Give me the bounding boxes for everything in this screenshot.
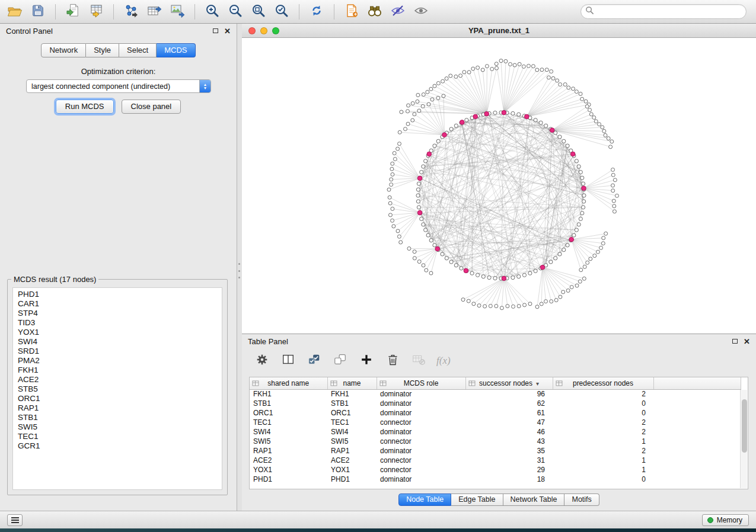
column-header-shared-name[interactable]: shared name — [250, 377, 327, 389]
desktop-background — [0, 528, 756, 532]
minimize-window-icon[interactable] — [260, 27, 267, 34]
result-item[interactable]: RAP1 — [13, 403, 222, 413]
network-canvas[interactable] — [242, 38, 756, 334]
result-item[interactable]: STB5 — [13, 384, 222, 394]
result-item[interactable]: STB1 — [13, 413, 222, 422]
memory-button[interactable]: Memory — [702, 514, 749, 526]
scrollbar-thumb[interactable] — [742, 399, 747, 453]
result-item[interactable]: PHD1 — [13, 290, 222, 299]
result-item[interactable]: TEC1 — [13, 432, 222, 441]
run-mcds-button[interactable]: Run MCDS — [56, 100, 114, 114]
result-item[interactable]: SWI5 — [13, 422, 222, 432]
optimization-criterion-select[interactable]: largest connected component (undirected)… — [26, 79, 211, 93]
zoom-fit-button[interactable] — [250, 3, 267, 21]
table-row[interactable]: SWI5SWI5connector431 — [250, 437, 741, 446]
save-session-button[interactable] — [29, 3, 47, 21]
tab-select[interactable]: Select — [119, 43, 157, 57]
columns-icon — [281, 352, 295, 369]
table-row[interactable]: YOX1YOX1connector291 — [250, 465, 741, 475]
result-item[interactable]: GCR1 — [13, 441, 222, 451]
zoom-selected-icon — [274, 3, 289, 21]
task-history-button[interactable] — [7, 514, 23, 526]
show-columns-button[interactable] — [280, 352, 296, 369]
search-icon — [585, 6, 594, 17]
table-row[interactable]: FKH1FKH1dominator962 — [250, 389, 741, 399]
import-network-button[interactable] — [122, 3, 140, 21]
zoom-out-button[interactable] — [227, 3, 244, 21]
splitter-grip-icon — [238, 263, 241, 278]
export-table-button[interactable] — [145, 3, 163, 21]
result-item[interactable]: FKH1 — [13, 366, 222, 375]
tab-motifs[interactable]: Motifs — [564, 493, 599, 506]
close-panel-icon[interactable]: ✕ — [224, 27, 231, 35]
result-item[interactable]: STP4 — [13, 309, 222, 318]
table-row[interactable]: PHD1PHD1dominator180 — [250, 475, 741, 484]
close-window-icon[interactable] — [248, 27, 256, 34]
export-image-button[interactable] — [168, 3, 186, 21]
network-graph[interactable] — [242, 38, 756, 334]
save-icon — [31, 4, 45, 20]
result-item[interactable]: YOX1 — [13, 328, 222, 337]
table-scrollbar[interactable] — [740, 390, 747, 488]
node-table-body: FKH1FKH1dominator962STB1STB1dominator620… — [250, 389, 741, 484]
table-tabs: Node Table Edge Table Network Table Moti… — [242, 493, 756, 506]
float-panel-icon[interactable] — [213, 28, 218, 33]
table-row[interactable]: STB1STB1dominator620 — [250, 399, 741, 408]
tab-network[interactable]: Network — [41, 43, 86, 57]
panel-splitter[interactable] — [237, 24, 242, 511]
zoom-in-button[interactable] — [203, 3, 221, 21]
search-input[interactable] — [594, 7, 746, 16]
column-header-predecessor-nodes[interactable]: predecessor nodes — [553, 377, 653, 389]
delete-table-button-disabled — [410, 352, 427, 369]
select-all-icon — [307, 352, 321, 369]
find-network-button[interactable] — [366, 3, 384, 21]
close-panel-button[interactable]: Close panel — [122, 100, 181, 114]
copy-network-button[interactable] — [343, 3, 361, 21]
tab-style[interactable]: Style — [86, 43, 119, 57]
zoom-selected-button[interactable] — [273, 3, 291, 21]
network-titlebar[interactable]: YPA_prune.txt_1 — [242, 24, 756, 38]
hamburger-icon — [11, 517, 19, 518]
table-row[interactable]: SWI4SWI4dominator462 — [250, 427, 741, 437]
column-header-mcds-role[interactable]: MCDS role — [377, 377, 465, 389]
table-row[interactable]: RAP1RAP1dominator352 — [250, 446, 741, 456]
hide-details-button[interactable] — [389, 3, 407, 21]
table-settings-button[interactable] — [254, 352, 270, 369]
table-row[interactable]: TEC1TEC1connector472 — [250, 418, 741, 427]
tab-mcds[interactable]: MCDS — [157, 43, 195, 57]
column-header-name[interactable]: name — [327, 377, 377, 389]
delete-table-icon — [412, 352, 426, 369]
tab-node-table[interactable]: Node Table — [398, 493, 451, 506]
result-item[interactable]: PMA2 — [13, 356, 222, 366]
result-item[interactable]: TID3 — [13, 318, 222, 328]
table-row[interactable]: ORC1ORC1dominator610 — [250, 408, 741, 418]
import-table-button[interactable] — [87, 3, 105, 21]
toolbar-separator — [113, 4, 114, 20]
table-row[interactable]: ACE2ACE2connector311 — [250, 456, 741, 465]
float-panel-icon[interactable] — [732, 339, 738, 344]
result-item[interactable]: CAR1 — [13, 299, 222, 309]
import-file-button[interactable] — [64, 3, 82, 21]
zoom-fit-icon — [251, 3, 266, 21]
import-table-icon — [88, 3, 104, 21]
maximize-window-icon[interactable] — [272, 27, 279, 34]
close-panel-icon[interactable]: ✕ — [744, 338, 750, 345]
control-panel: Control Panel ✕ Network Style Select MCD… — [0, 24, 237, 511]
result-item[interactable]: ACE2 — [13, 375, 222, 384]
deselect-all-button[interactable] — [332, 352, 349, 369]
column-header-successor-nodes[interactable]: successor nodes▾ — [465, 377, 553, 389]
delete-column-button[interactable] — [384, 352, 401, 369]
export-table-icon — [146, 3, 162, 21]
select-all-button[interactable] — [306, 352, 323, 369]
open-file-button[interactable] — [6, 3, 24, 21]
tab-network-table[interactable]: Network Table — [503, 493, 565, 506]
show-details-button[interactable] — [412, 3, 430, 21]
refresh-button[interactable] — [308, 3, 326, 21]
tab-edge-table[interactable]: Edge Table — [451, 493, 503, 506]
result-item[interactable]: ORC1 — [13, 394, 222, 403]
add-column-button[interactable] — [358, 352, 375, 369]
result-item[interactable]: SWI4 — [13, 337, 222, 347]
eye-slash-icon — [390, 3, 406, 21]
result-item[interactable]: SRD1 — [13, 347, 222, 356]
main-toolbar — [0, 0, 756, 24]
